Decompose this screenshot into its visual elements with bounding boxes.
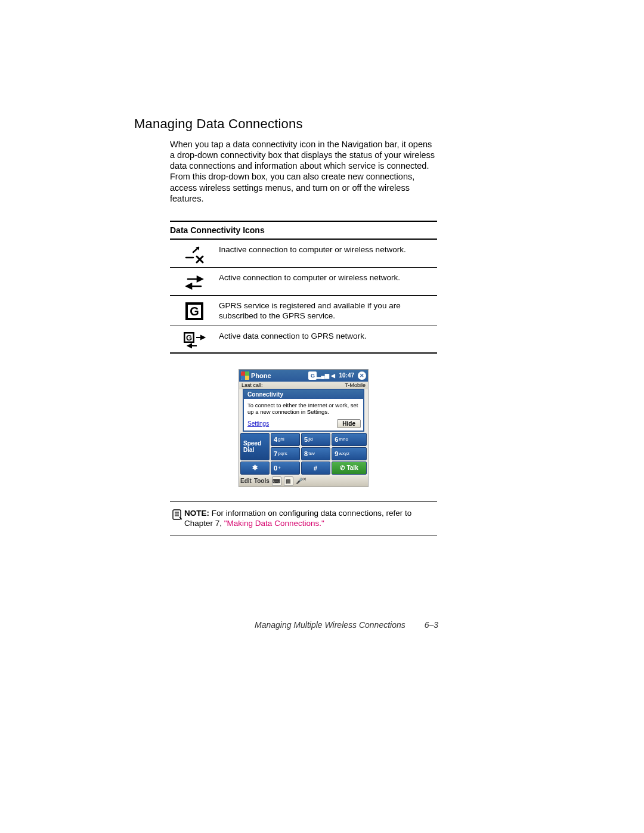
key-hash[interactable]: # <box>301 462 330 475</box>
table-row: G GPRS service is registered and availab… <box>170 296 437 326</box>
svg-line-1 <box>193 247 199 252</box>
phone-keypad: 4ghi 5jkl 6mno Speed Dial 7pqrs 8tuv 9wx… <box>240 433 367 475</box>
key-8[interactable]: 8tuv <box>301 447 330 460</box>
mute-icon[interactable]: 🎤✕ <box>296 477 306 484</box>
inactive-connection-icon <box>170 243 219 264</box>
sip-keyboard-icon[interactable]: ⌨ <box>272 476 281 486</box>
svg-marker-7 <box>187 284 191 289</box>
phone-icon: ✆ <box>340 465 345 471</box>
key-0[interactable]: 0+ <box>271 462 300 475</box>
note-text: NOTE: For information on configuring dat… <box>184 508 437 529</box>
icon-description: GPRS service is registered and available… <box>219 299 437 321</box>
key-5[interactable]: 5jkl <box>301 433 330 446</box>
note-label: NOTE: <box>184 509 209 518</box>
svg-text:G: G <box>186 333 192 342</box>
svg-text:G: G <box>190 305 199 318</box>
note-icon <box>170 508 184 521</box>
gprs-active-icon: G <box>170 330 219 349</box>
clock[interactable]: 10:47 <box>339 372 354 379</box>
icon-description: Active data connection to GPRS network. <box>219 330 437 342</box>
active-connection-icon <box>170 271 219 292</box>
svg-marker-17 <box>188 344 191 348</box>
section-title: Managing Data Connections <box>134 116 438 132</box>
app-title: Phone <box>251 372 271 379</box>
popup-body: To connect to either the Internet or wor… <box>244 399 363 418</box>
note-link[interactable]: "Making Data Connections." <box>224 519 324 528</box>
device-screenshot: Phone G ▂▄▆ ◀ 10:47 ✕ Last call: T-Mobil… <box>170 369 437 487</box>
icon-description: Inactive connection to computer or wirel… <box>219 243 437 255</box>
carrier-label: T-Mobile <box>345 382 366 388</box>
key-6[interactable]: 6mno <box>332 433 367 446</box>
svg-marker-15 <box>201 336 205 339</box>
table-header: Data Connectivity Icons <box>170 222 437 240</box>
notes-icon[interactable]: ▤ <box>284 476 293 486</box>
popup-title: Connectivity <box>244 390 363 399</box>
icon-description: Active connection to computer or wireles… <box>219 271 437 283</box>
start-icon[interactable] <box>241 371 249 380</box>
intro-paragraph: When you tap a data connectivity icon in… <box>170 139 438 204</box>
signal-icon[interactable]: ▂▄▆ <box>318 371 327 380</box>
page-number: 6–3 <box>425 620 438 630</box>
table-row: Active connection to computer or wireles… <box>170 268 437 296</box>
connectivity-popup: Connectivity To connect to either the In… <box>243 389 364 432</box>
svg-rect-18 <box>173 510 181 519</box>
speed-dial-button[interactable]: Speed Dial <box>240 433 270 460</box>
page-footer: Managing Multiple Wireless Connections 6… <box>134 620 438 630</box>
table-row: G Active data connection to GPRS network… <box>170 326 437 354</box>
last-call-label: Last call: <box>242 382 263 388</box>
key-7[interactable]: 7pqrs <box>271 447 300 460</box>
bottom-menu-bar: Edit Tools ⌨ ▤ 🎤✕ <box>239 476 368 487</box>
table-row: Inactive connection to computer or wirel… <box>170 240 437 268</box>
key-star[interactable]: ✱ <box>240 462 270 475</box>
key-9[interactable]: 9wxyz <box>332 447 367 460</box>
footer-title: Managing Multiple Wireless Connections <box>255 620 405 630</box>
talk-button[interactable]: ✆ Talk <box>332 462 367 475</box>
window-titlebar: Phone G ▂▄▆ ◀ 10:47 ✕ <box>239 370 368 382</box>
edit-menu[interactable]: Edit <box>240 478 252 484</box>
note-block: NOTE: For information on configuring dat… <box>170 501 437 535</box>
tools-menu[interactable]: Tools <box>254 478 270 484</box>
svg-marker-5 <box>197 277 202 281</box>
hide-button[interactable]: Hide <box>337 419 361 428</box>
data-connectivity-icons-table: Data Connectivity Icons <box>170 221 437 354</box>
gprs-available-icon: G <box>170 299 219 322</box>
gprs-status-icon[interactable]: G <box>308 371 317 380</box>
close-icon[interactable]: ✕ <box>358 371 366 380</box>
key-4[interactable]: 4ghi <box>271 433 300 446</box>
settings-link[interactable]: Settings <box>247 420 269 427</box>
speaker-icon[interactable]: ◀ <box>329 371 337 380</box>
